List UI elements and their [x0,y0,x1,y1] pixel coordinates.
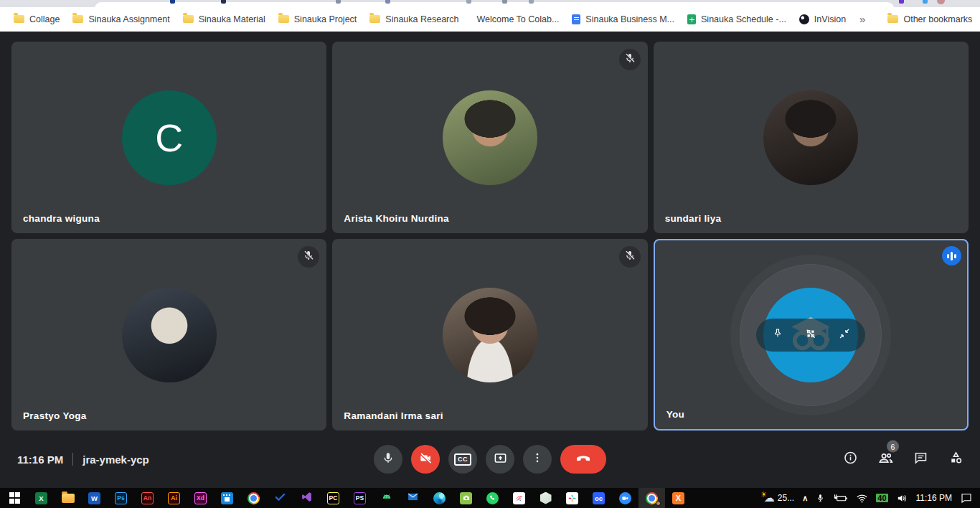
remove-tile-button[interactable] [798,323,823,347]
captions-button[interactable]: CC [448,445,477,474]
taskbar-app-to-do[interactable] [267,488,293,508]
taskbar-app-chrome[interactable] [240,488,267,508]
weather-icon: ☀☁ [760,492,775,504]
edge-icon [433,492,446,504]
bookmark-sinauka-material[interactable]: Sinauka Material [176,10,272,29]
battery-percent-badge[interactable]: 40 [876,494,887,502]
taskbar-app-red-swirl-app[interactable] [506,488,532,508]
taskbar-app-adobe-xd[interactable]: Xd [187,488,214,508]
taskbar-app-visual-studio[interactable] [293,488,320,508]
meeting-panels: 6 [843,450,964,469]
mic-off-icon [303,250,314,264]
bookmark-label: Sinauka Business M... [585,14,674,24]
other-bookmarks-button[interactable]: Other bookmarks [881,10,979,29]
avatar-area [332,42,647,233]
call-controls: CC [374,445,606,474]
taskbar-app-camera-app[interactable] [453,488,479,508]
more-options-button[interactable] [523,445,552,474]
battery-icon[interactable] [833,494,848,503]
chrome-profile-badge [656,501,661,506]
avatar-area [655,240,967,429]
taskbar-app-xampp[interactable]: X [665,488,692,508]
captions-icon: CC [454,453,471,466]
extension-icon[interactable] [923,0,928,4]
taskbar-app-calendar[interactable] [214,488,240,508]
taskbar-app-chrome-active[interactable] [639,488,665,508]
bookmark-invision[interactable]: InVision [793,10,852,29]
camera-off-button[interactable] [411,445,440,474]
bookmark-sinauka-research[interactable]: Sinauka Research [363,10,465,29]
android-icon [380,490,393,506]
taskbar-app-word[interactable]: W [81,488,108,508]
present-button[interactable] [486,445,514,474]
bookmark-sinauka-assignment[interactable]: Sinauka Assignment [66,10,176,29]
participants-button[interactable]: 6 [877,450,894,469]
volume-icon[interactable] [896,492,908,504]
wifi-icon[interactable] [856,492,868,504]
taskbar-app-slack[interactable] [559,488,585,508]
tray-expand-chevron[interactable]: ∧ [802,494,808,503]
mic-icon [382,451,395,467]
taskbar-app-android[interactable] [373,488,400,508]
participant-tile-ramandani-irma-sari[interactable]: Ramandani Irma sari [332,239,647,431]
bookmark-sinauka-schedule[interactable]: Sinauka Schedule -... [681,10,793,29]
taskbar-app-hexagon-app[interactable] [532,488,559,508]
other-bookmarks-label: Other bookmarks [903,14,972,24]
participant-tile-arista-khoiru-nurdina[interactable]: Arista Khoiru Nurdina [332,42,647,233]
word-icon: W [88,492,100,504]
invision-icon [799,14,809,24]
bookmark-sinauka-business-m[interactable]: Sinauka Business M... [565,10,681,29]
taskbar-app-photoshop[interactable]: Ps [108,488,134,508]
bookmark-label: Sinauka Research [385,14,458,24]
mic-tray-icon[interactable] [816,492,825,504]
bookmarks-overflow-chevron[interactable]: » [852,13,872,25]
activities-button[interactable] [948,450,964,469]
bookmark-welcome-to-colab[interactable]: Welcome To Colab... [465,10,565,29]
taskbar-app-illustrator[interactable]: Ai [161,488,187,508]
participant-tile-sundari-liya[interactable]: sundari liya [654,42,969,233]
pin-tile-button[interactable] [765,323,790,347]
muted-indicator [619,246,641,268]
profile-avatar[interactable] [937,0,945,4]
more-options-icon [531,451,544,467]
extension-icon[interactable] [899,0,904,4]
avatar-letter: C [122,90,217,185]
taskbar-app-phpstorm[interactable]: PS [347,488,373,508]
avatar-area [332,239,647,431]
taskbar-clock[interactable]: 11:16 PM [916,493,952,503]
taskbar-app-pycharm[interactable]: PC [320,488,347,508]
taskbar-app-file-explorer[interactable] [55,488,81,508]
chat-button[interactable] [913,451,928,469]
folder-icon [14,15,24,23]
taskbar-app-mail[interactable] [400,488,426,508]
taskbar-app-oc-app[interactable]: oc [585,488,612,508]
participant-photo [763,90,858,185]
remove-tile-icon [804,327,817,343]
action-center-icon[interactable] [960,491,973,504]
participant-tile-you[interactable]: You [654,239,969,431]
address-bar[interactable] [95,2,894,7]
folder-icon [183,15,194,23]
weather-widget[interactable]: ☀☁25... [760,492,794,504]
taskbar-app-animate[interactable]: An [134,488,161,508]
bookmark-collage[interactable]: Collage [7,10,66,29]
end-call-button[interactable] [560,445,606,474]
participant-tile-chandra-wiguna[interactable]: Cchandra wiguna [11,42,326,233]
taskbar-app-start[interactable] [1,488,28,508]
toolbar-fragment [385,0,390,4]
taskbar-app-whatsapp[interactable] [479,488,506,508]
avatar-area [11,239,326,431]
participant-tile-prastyo-yoga[interactable]: Prastyo Yoga [11,239,326,431]
taskbar-app-excel[interactable]: X [28,488,55,508]
mic-button[interactable] [374,445,402,474]
bookmark-label: InVision [814,14,846,24]
audio-level-indicator[interactable] [942,246,961,265]
meeting-code[interactable]: jra-ymek-ycp [83,453,149,466]
taskbar-app-zoom[interactable] [612,488,639,508]
start-icon [9,492,21,504]
meeting-details-button[interactable] [843,451,858,469]
bookmark-sinauka-project[interactable]: Sinauka Project [272,10,364,29]
minimize-tile-button[interactable] [832,323,857,347]
phpstorm-icon: PS [354,492,366,504]
taskbar-app-edge[interactable] [426,488,453,508]
